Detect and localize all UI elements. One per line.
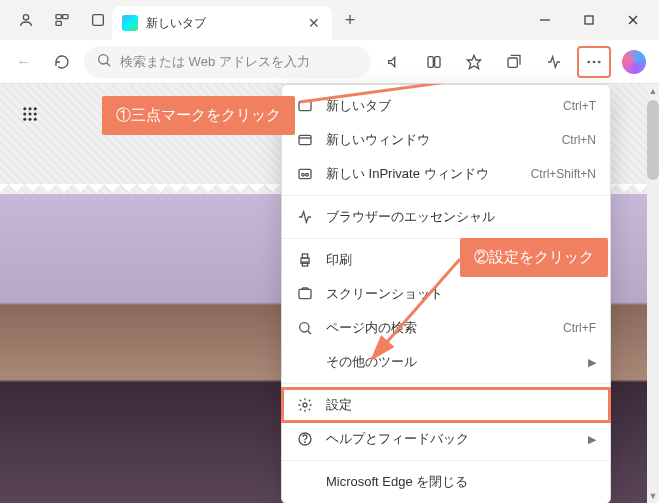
- essentials-icon: [296, 209, 314, 225]
- apps-grid-button[interactable]: [14, 98, 46, 130]
- svg-marker-13: [467, 55, 480, 68]
- menu-new-tab[interactable]: 新しいタブ Ctrl+T: [282, 89, 610, 123]
- menu-item-shortcut: Ctrl+T: [563, 99, 596, 113]
- svg-rect-11: [428, 56, 433, 67]
- menu-item-label: 新しいタブ: [326, 97, 551, 115]
- titlebar: 新しいタブ ✕ +: [0, 0, 659, 40]
- svg-rect-2: [63, 15, 68, 19]
- svg-point-0: [23, 15, 28, 20]
- svg-point-9: [99, 54, 108, 63]
- read-aloud-icon[interactable]: [377, 46, 411, 78]
- svg-point-41: [305, 442, 306, 443]
- svg-point-22: [29, 113, 32, 116]
- find-icon: [296, 320, 314, 336]
- menu-item-label: スクリーンショット: [326, 285, 596, 303]
- menu-more-tools[interactable]: その他のツール ▶: [282, 345, 610, 379]
- menu-item-label: ヘルプとフィードバック: [326, 430, 576, 448]
- workspaces-icon[interactable]: [48, 6, 76, 34]
- profile-icon[interactable]: [12, 6, 40, 34]
- svg-line-38: [308, 331, 311, 334]
- copilot-icon: [622, 50, 646, 74]
- svg-point-17: [598, 60, 601, 63]
- svg-point-39: [303, 403, 307, 407]
- screenshot-icon: [296, 286, 314, 302]
- menu-help[interactable]: ヘルプとフィードバック ▶: [282, 422, 610, 456]
- new-tab-button[interactable]: +: [336, 6, 364, 34]
- copilot-button[interactable]: [617, 46, 651, 78]
- inprivate-icon: [296, 166, 314, 182]
- svg-rect-14: [508, 58, 517, 67]
- chevron-right-icon: ▶: [588, 356, 596, 369]
- svg-point-32: [306, 173, 309, 176]
- scroll-up-arrow[interactable]: ▲: [647, 84, 659, 98]
- split-screen-icon[interactable]: [417, 46, 451, 78]
- scrollbar-thumb[interactable]: [647, 100, 659, 180]
- menu-item-label: 設定: [326, 396, 596, 414]
- svg-point-25: [29, 118, 32, 121]
- annotation-callout-2: ②設定をクリック: [460, 238, 608, 277]
- edge-favicon-icon: [122, 15, 138, 31]
- maximize-button[interactable]: [567, 4, 611, 36]
- overflow-menu: 新しいタブ Ctrl+T 新しいウィンドウ Ctrl+N 新しい InPriva…: [281, 84, 611, 503]
- menu-separator: [282, 383, 610, 384]
- svg-rect-28: [299, 135, 311, 144]
- close-window-button[interactable]: [611, 4, 655, 36]
- scroll-down-arrow[interactable]: ▼: [647, 489, 659, 503]
- print-icon: [296, 252, 314, 268]
- svg-point-15: [587, 60, 590, 63]
- menu-separator: [282, 460, 610, 461]
- menu-item-label: 新しいウィンドウ: [326, 131, 550, 149]
- menu-item-shortcut: Ctrl+F: [563, 321, 596, 335]
- search-icon: [96, 52, 112, 72]
- annotation-callout-1: ①三点マークをクリック: [102, 96, 295, 135]
- menu-new-window[interactable]: 新しいウィンドウ Ctrl+N: [282, 123, 610, 157]
- menu-item-shortcut: Ctrl+Shift+N: [531, 167, 596, 181]
- toolbar: ← 検索または Web アドレスを入力: [0, 40, 659, 84]
- svg-rect-1: [56, 15, 61, 19]
- menu-essentials[interactable]: ブラウザーのエッセンシャル: [282, 200, 610, 234]
- more-menu-button[interactable]: [577, 46, 611, 78]
- svg-line-10: [107, 62, 110, 65]
- menu-close-edge[interactable]: Microsoft Edge を閉じる: [282, 465, 610, 499]
- menu-new-inprivate[interactable]: 新しい InPrivate ウィンドウ Ctrl+Shift+N: [282, 157, 610, 191]
- menu-screenshot[interactable]: スクリーンショット: [282, 277, 610, 311]
- tab-actions-icon[interactable]: [84, 6, 112, 34]
- svg-rect-34: [302, 254, 307, 258]
- content-area: ▲ ▼ 新しいタブ Ctrl+T 新しいウィンドウ Ctrl+N 新しい InP…: [0, 84, 659, 503]
- menu-item-label: ページ内の検索: [326, 319, 551, 337]
- menu-settings[interactable]: 設定: [282, 388, 610, 422]
- svg-point-37: [300, 323, 309, 332]
- reload-button[interactable]: [46, 46, 78, 78]
- vertical-scrollbar[interactable]: ▲ ▼: [647, 84, 659, 503]
- tab-close-button[interactable]: ✕: [306, 15, 322, 31]
- new-tab-icon: [296, 98, 314, 114]
- menu-item-label: その他のツール: [326, 353, 576, 371]
- menu-item-shortcut: Ctrl+N: [562, 133, 596, 147]
- svg-rect-12: [435, 56, 440, 67]
- back-button[interactable]: ←: [8, 46, 40, 78]
- address-bar[interactable]: 検索または Web アドレスを入力: [84, 46, 371, 78]
- svg-rect-27: [299, 101, 311, 110]
- svg-point-23: [34, 113, 37, 116]
- collections-icon[interactable]: [497, 46, 531, 78]
- help-icon: [296, 431, 314, 447]
- address-placeholder: 検索または Web アドレスを入力: [120, 53, 359, 71]
- svg-rect-4: [93, 15, 104, 26]
- menu-find[interactable]: ページ内の検索 Ctrl+F: [282, 311, 610, 345]
- svg-rect-36: [299, 289, 311, 298]
- menu-separator: [282, 195, 610, 196]
- svg-point-19: [29, 107, 32, 110]
- svg-point-24: [23, 118, 26, 121]
- browser-essentials-icon[interactable]: [537, 46, 571, 78]
- svg-point-16: [593, 60, 596, 63]
- svg-point-21: [23, 113, 26, 116]
- svg-point-26: [34, 118, 37, 121]
- minimize-button[interactable]: [523, 4, 567, 36]
- new-window-icon: [296, 132, 314, 148]
- tab-title: 新しいタブ: [146, 15, 298, 32]
- gear-icon: [296, 397, 314, 413]
- svg-point-18: [23, 107, 26, 110]
- browser-tab[interactable]: 新しいタブ ✕: [112, 6, 332, 40]
- favorites-icon[interactable]: [457, 46, 491, 78]
- svg-point-20: [34, 107, 37, 110]
